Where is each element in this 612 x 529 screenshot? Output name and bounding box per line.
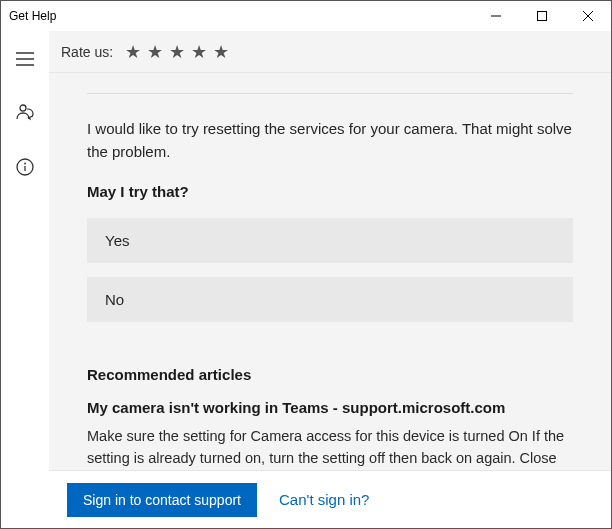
article-snippet: Make sure the setting for Camera access … bbox=[87, 426, 573, 470]
article-title[interactable]: My camera isn't working in Teams - suppo… bbox=[87, 397, 573, 418]
app-body: Rate us: ★ ★ ★ ★ ★ I would like to try r… bbox=[1, 31, 611, 528]
window-title: Get Help bbox=[9, 9, 473, 23]
cant-sign-in-link[interactable]: Can't sign in? bbox=[279, 491, 369, 508]
main-pane: Rate us: ★ ★ ★ ★ ★ I would like to try r… bbox=[49, 31, 611, 528]
rate-us-bar: Rate us: ★ ★ ★ ★ ★ bbox=[49, 31, 611, 73]
option-no[interactable]: No bbox=[87, 277, 573, 322]
contact-support-icon bbox=[15, 103, 35, 123]
info-icon bbox=[16, 158, 34, 176]
window-maximize-button[interactable] bbox=[519, 1, 565, 31]
footer-bar: Sign in to contact support Can't sign in… bbox=[49, 470, 611, 528]
sign-in-button[interactable]: Sign in to contact support bbox=[67, 483, 257, 517]
star-2[interactable]: ★ bbox=[147, 43, 163, 61]
close-icon bbox=[583, 11, 593, 21]
minimize-icon bbox=[491, 11, 501, 21]
response-options: Yes No bbox=[87, 218, 573, 322]
nav-menu-button[interactable] bbox=[1, 43, 49, 75]
svg-point-9 bbox=[24, 163, 26, 165]
star-1[interactable]: ★ bbox=[125, 43, 141, 61]
star-5[interactable]: ★ bbox=[213, 43, 229, 61]
assistant-message: I would like to try resetting the servic… bbox=[87, 118, 573, 163]
section-divider bbox=[87, 93, 573, 94]
nav-info-button[interactable] bbox=[1, 151, 49, 183]
recommended-heading: Recommended articles bbox=[87, 366, 573, 383]
maximize-icon bbox=[537, 11, 547, 21]
star-4[interactable]: ★ bbox=[191, 43, 207, 61]
window-close-button[interactable] bbox=[565, 1, 611, 31]
content-scroll[interactable]: I would like to try resetting the servic… bbox=[49, 73, 611, 470]
star-3[interactable]: ★ bbox=[169, 43, 185, 61]
window-minimize-button[interactable] bbox=[473, 1, 519, 31]
window-titlebar: Get Help bbox=[1, 1, 611, 31]
rate-us-label: Rate us: bbox=[61, 44, 113, 60]
nav-contact-button[interactable] bbox=[1, 97, 49, 129]
hamburger-icon bbox=[16, 52, 34, 66]
assistant-question: May I try that? bbox=[87, 183, 573, 200]
rating-stars: ★ ★ ★ ★ ★ bbox=[125, 43, 229, 61]
sidebar bbox=[1, 31, 49, 528]
svg-rect-1 bbox=[538, 12, 547, 21]
option-yes[interactable]: Yes bbox=[87, 218, 573, 263]
svg-point-7 bbox=[20, 105, 26, 111]
